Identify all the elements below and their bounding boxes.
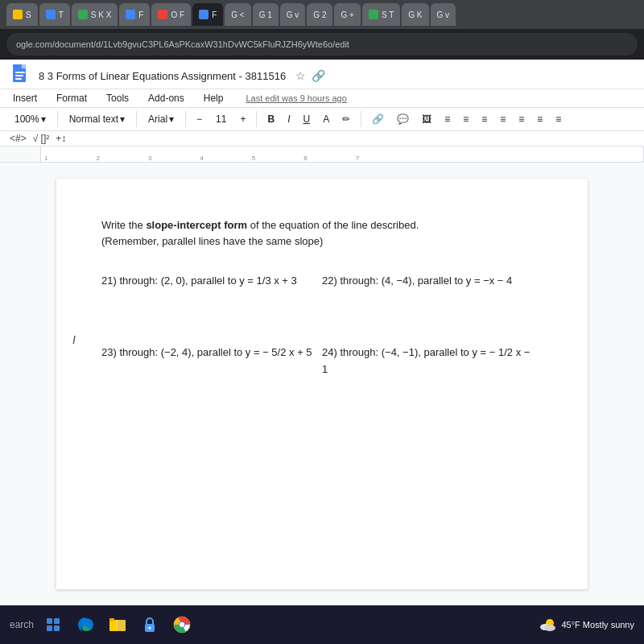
- align-left-button[interactable]: ≡: [440, 112, 454, 126]
- tab-gv2[interactable]: G v: [431, 3, 456, 26]
- font-size-field[interactable]: 11: [211, 112, 231, 126]
- tab-s[interactable]: S: [6, 3, 38, 26]
- doc-page: I Write the slope-intercept form of the …: [56, 179, 588, 589]
- menu-tools[interactable]: Tools: [103, 91, 132, 105]
- svg-rect-5: [47, 618, 52, 624]
- equation-toolbar: <#> √ []² +↕: [0, 131, 644, 147]
- chrome-button[interactable]: [169, 612, 195, 638]
- problem-21: 21) through: (2, 0), parallel to y = 1/3…: [101, 263, 322, 312]
- underline-button[interactable]: U: [299, 112, 314, 126]
- svg-point-13: [149, 627, 151, 630]
- tab-g3[interactable]: G 2: [307, 3, 332, 26]
- docs-title: 8 3 Forms of Linear Equations Assignment…: [39, 69, 634, 82]
- edge-button[interactable]: [72, 612, 98, 638]
- formatting-toolbar: 100% ▾ Normal text ▾ Arial ▾ − 11 + B I …: [0, 108, 644, 131]
- docs-title-text: 8 3 Forms of Linear Equations Assignment…: [39, 70, 286, 82]
- tab-s-label: S: [26, 10, 31, 19]
- tab-gv2-label: G v: [437, 10, 450, 19]
- tab-t-label: T: [59, 10, 64, 19]
- task-view-button[interactable]: [40, 612, 66, 638]
- svg-rect-2: [15, 72, 25, 73]
- link-button[interactable]: 🔗: [368, 112, 388, 126]
- tab-docs-label: F: [212, 10, 217, 19]
- style-selector[interactable]: Normal text ▾: [64, 112, 130, 126]
- share-icon[interactable]: 🔗: [312, 69, 325, 82]
- tab-g1-label: G <: [231, 10, 244, 19]
- star-icon[interactable]: ☆: [295, 69, 306, 82]
- menu-insert[interactable]: Insert: [10, 91, 40, 105]
- toolbar-sep-2: [136, 111, 137, 127]
- italic-button[interactable]: I: [283, 112, 294, 126]
- bulleted-list-button[interactable]: ≡: [533, 112, 547, 126]
- svg-rect-7: [47, 625, 52, 631]
- tab-t-icon: [46, 10, 56, 19]
- address-bar[interactable]: ogle.com/document/d/1Lvb9gvuC3PL6AsPKcax…: [6, 33, 638, 56]
- zoom-dropdown-icon: ▾: [41, 114, 46, 125]
- weather-icon: [537, 617, 556, 633]
- toolbar-sep-4: [256, 111, 257, 127]
- problem-23-text: 23) through: (−2, 4), parallel to y = − …: [101, 346, 312, 358]
- plus-minus-symbol: +↕: [56, 133, 66, 144]
- line-spacing-button[interactable]: ≡: [514, 112, 528, 126]
- font-size-decrease[interactable]: −: [192, 112, 206, 126]
- task-view-icon: [45, 617, 61, 633]
- font-size-increase[interactable]: +: [236, 112, 250, 126]
- comment-button[interactable]: 💬: [393, 112, 413, 126]
- problem-24-text: 24) through: (−4, −1), parallel to y = −…: [322, 346, 530, 375]
- svg-rect-11: [116, 620, 126, 631]
- docs-title-bar: 8 3 Forms of Linear Equations Assignment…: [0, 60, 644, 89]
- tab-f1-icon: [126, 10, 135, 19]
- align-center-button[interactable]: ≡: [459, 112, 473, 126]
- highlight-button[interactable]: ✏: [338, 112, 354, 126]
- svg-rect-10: [109, 618, 114, 621]
- toolbar-sep-1: [57, 111, 58, 127]
- font-color-button[interactable]: A: [319, 112, 333, 126]
- menu-format[interactable]: Format: [53, 91, 90, 105]
- main-content: S T S K X F O F F G < G 1: [0, 0, 644, 605]
- tab-docs-active[interactable]: F: [192, 3, 223, 26]
- tab-gk[interactable]: G K: [402, 3, 428, 26]
- ruler: 1 2 3 4 5 6 7: [0, 147, 644, 163]
- tab-s2[interactable]: S T: [362, 3, 400, 26]
- style-dropdown-icon: ▾: [120, 114, 125, 125]
- tab-t[interactable]: T: [39, 3, 70, 26]
- tab-of[interactable]: O F: [151, 3, 191, 26]
- font-selector[interactable]: Arial ▾: [143, 112, 179, 126]
- problem-22: 22) through: (4, −4), parallel to y = −x…: [322, 263, 543, 312]
- file-explorer-button[interactable]: [105, 612, 130, 638]
- svg-rect-3: [15, 75, 23, 76]
- image-button[interactable]: 🖼: [418, 112, 436, 126]
- numbered-list-button[interactable]: ≡: [551, 112, 565, 126]
- lock-button[interactable]: [137, 612, 163, 638]
- last-edit-text: Last edit was 9 hours ago: [246, 93, 346, 103]
- tab-docs-icon: [199, 10, 208, 19]
- align-right-button[interactable]: ≡: [477, 112, 491, 126]
- tab-gv[interactable]: G v: [280, 3, 306, 26]
- menu-help[interactable]: Help: [200, 91, 227, 105]
- ruler-mark-7: 7: [356, 155, 359, 162]
- zoom-selector[interactable]: 100% ▾: [10, 112, 51, 126]
- tab-g1[interactable]: G <: [225, 3, 250, 26]
- ruler-mark-6: 6: [303, 155, 307, 162]
- tab-of-label: O F: [171, 10, 184, 19]
- tab-f1[interactable]: F: [119, 3, 150, 26]
- tab-s-icon: [13, 10, 23, 19]
- problem-21-text: 21) through: (2, 0), parallel to y = 1/3…: [101, 275, 297, 287]
- ruler-mark-4: 4: [200, 155, 203, 162]
- bold-button[interactable]: B: [263, 112, 279, 126]
- problem-24: 24) through: (−4, −1), parallel to y = −…: [322, 312, 543, 401]
- tab-g4[interactable]: G +: [334, 3, 360, 26]
- tab-g2-label: G 1: [259, 10, 272, 19]
- tab-s2-label: S T: [382, 10, 394, 19]
- cursor-indicator: I: [72, 333, 76, 346]
- instruction-note: (Remember, parallel lines have the same …: [101, 235, 323, 247]
- menu-addons[interactable]: Add-ons: [145, 91, 188, 105]
- tab-g2[interactable]: G 1: [253, 3, 279, 26]
- tab-sk-icon: [78, 10, 88, 19]
- doc-instructions: Write the slope-intercept form of the eq…: [101, 217, 543, 249]
- tab-s-k[interactable]: S K X: [72, 3, 118, 26]
- svg-rect-8: [54, 625, 60, 631]
- document-area[interactable]: I Write the slope-intercept form of the …: [0, 163, 644, 605]
- docs-logo: [10, 64, 32, 87]
- align-justify-button[interactable]: ≡: [496, 112, 510, 126]
